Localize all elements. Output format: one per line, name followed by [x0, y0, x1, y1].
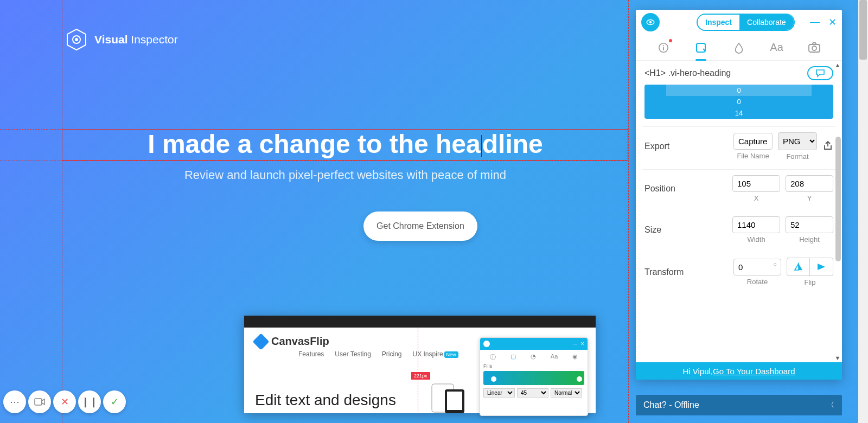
mode-collaborate[interactable]: Collaborate	[739, 15, 794, 30]
demo-preview: CanvasFlip FeaturesUser TestingPricingUX…	[244, 316, 596, 413]
selected-element-label: <H1> .vi-hero-heading	[644, 68, 731, 78]
scroll-thumb[interactable]	[835, 137, 841, 261]
mode-inspect[interactable]: Inspect	[698, 15, 739, 30]
guide-vertical-left	[62, 0, 62, 423]
inspector-tabs: Aa	[636, 35, 842, 61]
flip-horizontal-button[interactable]	[787, 258, 810, 275]
preview-select-blend[interactable]: Normal	[551, 388, 582, 398]
canvasflip-icon	[252, 333, 269, 350]
width-input[interactable]	[732, 216, 780, 233]
brand-name: Visual Inspector	[94, 33, 178, 46]
dashboard-link[interactable]: Go To Your Dashboard	[713, 367, 795, 376]
text-cursor	[481, 135, 482, 157]
tab-typography[interactable]: Aa	[769, 40, 784, 55]
gradient-bar	[483, 371, 584, 385]
transform-label: Transform	[644, 267, 688, 277]
chat-widget[interactable]: Chat? - Offline 〈	[636, 395, 842, 415]
guide-vertical-right	[628, 0, 629, 423]
inspector-footer: Hi Vipul, Go To Your Dashboard	[636, 362, 842, 380]
preview-nav: FeaturesUser TestingPricingUX InspireNew	[298, 350, 467, 358]
more-button[interactable]: ⋯	[3, 390, 26, 413]
preview-select-type[interactable]: Linear	[483, 388, 515, 398]
format-select[interactable]: PNG	[778, 132, 817, 150]
guide-horizontal-bottom	[0, 161, 629, 161]
page-scroll-thumb[interactable]	[859, 0, 867, 60]
brand-logo[interactable]: Visual Inspector	[65, 28, 178, 51]
page-scrollbar[interactable]	[858, 0, 868, 423]
mini-eye-icon	[483, 341, 490, 347]
svg-point-10	[663, 45, 664, 46]
preview-heading: Edit text and designs	[255, 392, 396, 409]
inspector-panel: Inspect Collaborate — ✕ Aa ▲ ▼ <H1> .vi-…	[636, 10, 842, 380]
size-label: Size	[644, 225, 688, 235]
inspector-body: ▲ ▼ <H1> .vi-hero-heading 0 0 14 Export …	[636, 61, 842, 362]
position-label: Position	[644, 184, 688, 194]
eye-hex-icon	[65, 28, 88, 51]
preview-titlebar	[244, 316, 596, 328]
svg-rect-12	[697, 43, 705, 52]
capture-input[interactable]	[733, 133, 773, 150]
share-icon[interactable]	[822, 140, 833, 153]
pause-button[interactable]: ❙❙	[78, 390, 101, 413]
notification-dot	[669, 39, 672, 42]
preview-mini-panel: –× ⓘ▢◔Aa◉ Fills Linear 45 Normal	[480, 337, 588, 416]
tab-color[interactable]	[731, 40, 746, 55]
svg-rect-13	[809, 44, 820, 52]
hero-subtitle: Review and launch pixel-perfect websites…	[62, 168, 629, 182]
inspector-header: Inspect Collaborate — ✕	[636, 10, 842, 35]
svg-point-2	[75, 38, 78, 41]
export-label: Export	[644, 142, 688, 151]
recording-toolbar: ⋯ ✕ ❙❙ ✓	[3, 390, 126, 413]
chat-label: Chat? - Offline	[643, 400, 699, 410]
tab-info[interactable]	[656, 40, 671, 55]
device-illustration	[429, 382, 467, 414]
mode-toggle[interactable]: Inspect Collaborate	[697, 14, 795, 31]
svg-point-14	[812, 46, 816, 50]
scroll-down-arrow[interactable]: ▼	[834, 355, 841, 361]
cancel-button[interactable]: ✕	[53, 390, 76, 413]
camera-button[interactable]	[28, 390, 51, 413]
tab-screenshot[interactable]	[807, 40, 822, 55]
flip-vertical-button[interactable]	[810, 258, 833, 275]
tab-layout[interactable]	[693, 40, 709, 55]
svg-rect-5	[447, 392, 462, 410]
preview-measure-badge: 221px	[411, 372, 430, 380]
inspector-logo-icon[interactable]	[641, 13, 660, 31]
preview-select-angle[interactable]: 45	[517, 388, 548, 398]
close-button[interactable]: ✕	[828, 16, 837, 28]
comment-button[interactable]	[807, 66, 833, 80]
chevron-up-icon: 〈	[827, 400, 834, 410]
minimize-button[interactable]: —	[810, 16, 820, 28]
svg-rect-6	[35, 399, 42, 405]
cta-button[interactable]: Get Chrome Extension	[363, 211, 477, 241]
hero-headline[interactable]: I made a change to the headline	[62, 129, 629, 159]
scroll-up-arrow[interactable]: ▲	[834, 62, 841, 68]
flip-buttons	[787, 258, 833, 276]
height-input[interactable]	[786, 216, 833, 233]
box-model-diagram: 0 0 14	[644, 85, 833, 119]
confirm-button[interactable]: ✓	[103, 390, 126, 413]
position-x-input[interactable]	[732, 175, 780, 192]
position-y-input[interactable]	[786, 175, 833, 192]
svg-rect-11	[663, 47, 664, 50]
svg-point-8	[649, 21, 652, 24]
